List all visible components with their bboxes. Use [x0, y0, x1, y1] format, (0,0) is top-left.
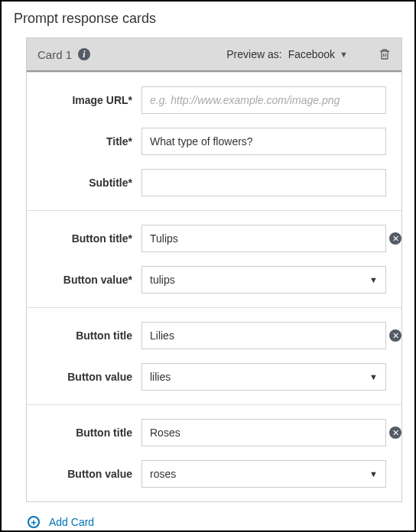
caret-down-icon[interactable]: ▼ — [340, 50, 348, 59]
remove-button-icon[interactable]: ✕ — [389, 232, 401, 245]
image-url-input[interactable] — [141, 86, 386, 114]
button-title-input[interactable] — [141, 225, 386, 252]
button-value-label: Button value* — [27, 274, 141, 286]
button-value-selected: tulips — [150, 274, 175, 286]
button-value-select[interactable]: lilies ▼ — [141, 363, 386, 391]
button-value-selected: roses — [150, 468, 176, 480]
add-card-button[interactable]: + Add Card — [28, 516, 402, 528]
info-icon[interactable]: i — [78, 48, 90, 60]
button-value-select[interactable]: tulips ▼ — [141, 266, 386, 294]
plus-icon: + — [28, 516, 40, 528]
response-card: Card 1 i Preview as: Facebook ▼ Image UR… — [26, 37, 402, 502]
button-section-2: Button title ✕ Button value roses ▼ — [27, 404, 401, 501]
subtitle-input[interactable] — [141, 169, 386, 196]
title-label: Title* — [27, 135, 141, 148]
button-section-0: Button title* ✕ Button value* tulips ▼ — [27, 210, 401, 307]
button-title-input[interactable] — [141, 419, 386, 446]
button-title-label: Button title — [27, 427, 141, 439]
button-value-label: Button value — [27, 371, 141, 383]
image-url-label: Image URL* — [27, 94, 141, 106]
preview-as-value[interactable]: Facebook — [288, 48, 335, 60]
preview-as-label: Preview as: — [226, 48, 281, 60]
button-title-label: Button title* — [27, 232, 141, 245]
button-title-label: Button title — [27, 329, 141, 342]
button-title-input[interactable] — [141, 322, 386, 349]
caret-down-icon: ▼ — [369, 372, 378, 381]
title-input[interactable] — [141, 128, 386, 155]
add-card-label: Add Card — [49, 516, 94, 528]
page-title: Prompt response cards — [14, 11, 402, 27]
card-header: Card 1 i Preview as: Facebook ▼ — [27, 38, 401, 72]
card-title: Card 1 — [37, 48, 72, 61]
caret-down-icon: ▼ — [369, 275, 378, 284]
button-section-1: Button title ✕ Button value lilies ▼ — [27, 307, 401, 404]
button-value-label: Button value — [27, 468, 141, 480]
remove-button-icon[interactable]: ✕ — [389, 329, 401, 342]
trash-icon[interactable] — [379, 47, 391, 61]
card-main-section: Image URL* Title* Subtitle* — [27, 72, 401, 210]
caret-down-icon: ▼ — [369, 469, 378, 478]
remove-button-icon[interactable]: ✕ — [389, 427, 401, 439]
button-value-select[interactable]: roses ▼ — [141, 460, 386, 488]
button-value-selected: lilies — [150, 371, 171, 383]
subtitle-label: Subtitle* — [27, 177, 141, 189]
